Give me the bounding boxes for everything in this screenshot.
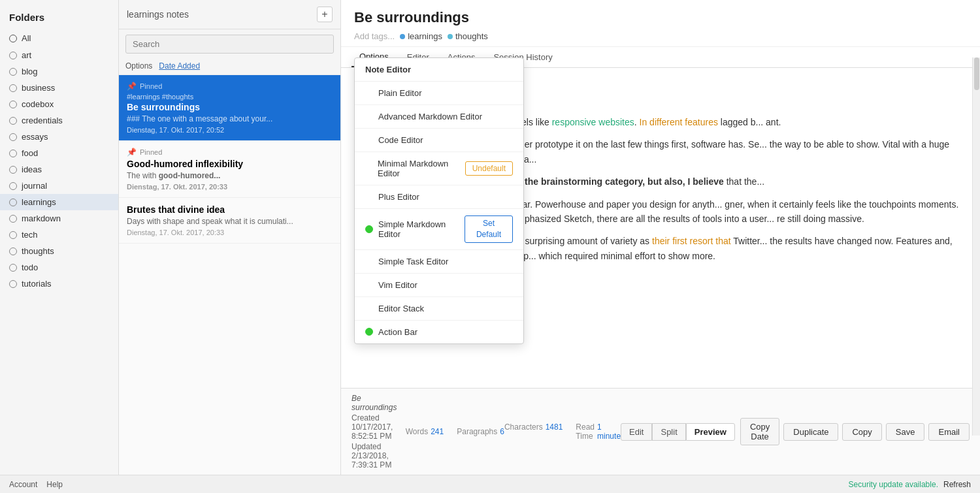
circle-icon — [9, 247, 17, 255]
dropdown-title: Note Editor — [355, 58, 523, 82]
dot-placeholder — [365, 89, 373, 97]
sidebar-item-art[interactable]: art — [0, 47, 118, 63]
sidebar-item-label: todo — [22, 262, 38, 272]
dropdown-item-left: Advanced Markdown Editor — [365, 112, 482, 121]
sidebar-item-label: credentials — [22, 116, 63, 125]
sidebar-item-tech[interactable]: tech — [0, 227, 118, 243]
circle-icon — [9, 199, 17, 206]
sidebar-item-ideas[interactable]: ideas — [0, 161, 118, 178]
paragraphs-value: 6 — [500, 427, 504, 436]
sort-label[interactable]: Date Added — [159, 61, 200, 71]
pin-icon: 📌 — [127, 82, 137, 91]
options-label[interactable]: Options — [125, 61, 152, 71]
circle-icon — [9, 52, 17, 59]
dropdown-item-3[interactable]: Minimal Markdown EditorUndefault — [355, 152, 523, 185]
note-footer: Be surroundings Created 10/17/2017, 8:52… — [341, 388, 980, 475]
dropdown-item-9[interactable]: Action Bar — [355, 321, 523, 343]
sidebar-item-label: thoughts — [22, 246, 54, 256]
dropdown-item-5[interactable]: Simple Markdown EditorSet Default — [355, 209, 523, 250]
duplicate-button[interactable]: Duplicate — [783, 423, 838, 441]
sidebar-item-business[interactable]: business — [0, 80, 118, 96]
notes-header: learnings notes + — [119, 0, 340, 29]
sidebar-item-tutorials[interactable]: tutorials — [0, 276, 118, 292]
sidebar-item-credentials[interactable]: credentials — [0, 112, 118, 129]
editor-dropdown: Note EditorPlain EditorAdvanced Markdown… — [354, 57, 524, 344]
search-input[interactable] — [125, 35, 334, 54]
sidebar-item-learnings[interactable]: learnings — [0, 194, 118, 210]
tag-learnings[interactable]: learnings — [400, 31, 442, 41]
dropdown-item-8[interactable]: Editor Stack — [355, 297, 523, 321]
sidebar-item-blog[interactable]: blog — [0, 63, 118, 80]
dropdown-item-label: Plain Editor — [378, 88, 421, 98]
scroll-indicator — [972, 57, 980, 436]
note-tags: #learnings #thoughts — [127, 93, 333, 101]
dropdown-item-4[interactable]: Plus Editor — [355, 185, 523, 209]
dropdown-item-2[interactable]: Code Editor — [355, 129, 523, 152]
sidebar-item-label: art — [22, 50, 31, 60]
account-link[interactable]: Account — [9, 480, 37, 489]
words-value: 241 — [431, 427, 444, 436]
note-item-note3[interactable]: Brutes that divine ideaDays with shape a… — [119, 198, 340, 244]
note-item-note1[interactable]: 📌Pinned#learnings #thoughtsBe surroundin… — [119, 75, 340, 141]
add-tags-label[interactable]: Add tags... — [354, 31, 395, 41]
sidebar-title: Folders — [0, 0, 118, 29]
security-update-label: Security update available. — [849, 480, 938, 489]
chars-value: 1481 — [546, 422, 563, 441]
dropdown-item-1[interactable]: Advanced Markdown Editor — [355, 105, 523, 129]
set-default-button[interactable]: Set Default — [465, 215, 513, 243]
tag-thoughts[interactable]: thoughts — [448, 31, 488, 41]
email-button[interactable]: Email — [928, 423, 970, 441]
dropdown-item-7[interactable]: Vim Editor — [355, 274, 523, 297]
dropdown-item-left: Plus Editor — [365, 192, 419, 202]
notes-panel: learnings notes + Options Date Added 📌Pi… — [119, 0, 341, 475]
note-preview: ### The one with a message about your... — [127, 114, 333, 123]
split-mode-button[interactable]: Split — [652, 423, 685, 441]
note-title: Be surroundings — [127, 102, 333, 112]
sidebar-item-thoughts[interactable]: thoughts — [0, 243, 118, 259]
note-item-note2[interactable]: 📌PinnedGood-humored inflexibilityThe wit… — [119, 141, 340, 198]
preview-mode-button[interactable]: Preview — [686, 423, 735, 441]
copy-button[interactable]: Copy — [842, 423, 881, 441]
circle-icon — [9, 133, 17, 141]
sidebar-item-markdown[interactable]: markdown — [0, 210, 118, 227]
chars-stat: Characters 1481 — [504, 422, 563, 441]
pinned-label: 📌Pinned — [127, 82, 333, 91]
notes-panel-title: learnings notes — [127, 9, 189, 20]
sidebar-item-journal[interactable]: journal — [0, 178, 118, 194]
dropdown-item-left: Plain Editor — [365, 88, 421, 98]
footer-note-name: Be surroundings — [351, 394, 406, 412]
sidebar-item-food[interactable]: food — [0, 145, 118, 161]
footer-stats: Words 241 Paragraphs 6 — [406, 427, 504, 436]
paragraphs-label: Paragraphs — [457, 427, 497, 436]
help-link[interactable]: Help — [46, 480, 63, 489]
refresh-button[interactable]: Refresh — [943, 480, 971, 489]
note-title: Be surroundings — [354, 9, 967, 26]
edit-mode-button[interactable]: Edit — [621, 423, 652, 441]
words-stat: Words 241 — [406, 427, 444, 436]
dropdown-item-0[interactable]: Plain Editor — [355, 82, 523, 105]
circle-icon — [9, 166, 17, 174]
dropdown-item-left: Editor Stack — [365, 304, 424, 313]
status-bar-left: Account Help — [9, 480, 63, 489]
add-note-button[interactable]: + — [317, 7, 333, 22]
paragraphs-stat: Paragraphs 6 — [457, 427, 504, 436]
sidebar-item-essays[interactable]: essays — [0, 129, 118, 145]
scroll-thumb[interactable] — [974, 57, 979, 90]
save-button[interactable]: Save — [886, 423, 925, 441]
pin-icon: 📌 — [127, 148, 137, 157]
sidebar-item-todo[interactable]: todo — [0, 259, 118, 276]
circle-icon — [9, 280, 17, 288]
dropdown-item-6[interactable]: Simple Task Editor — [355, 250, 523, 274]
sidebar-item-codebox[interactable]: codebox — [0, 96, 118, 112]
undefault-button[interactable]: Undefault — [465, 161, 513, 176]
circle-icon — [9, 231, 17, 239]
status-bar-right: Security update available. Refresh — [849, 480, 971, 489]
mode-buttons: Edit Split Preview — [621, 423, 735, 441]
dropdown-item-label: Code Editor — [378, 135, 423, 145]
circle-icon — [9, 35, 17, 42]
circle-icon — [9, 215, 17, 223]
copy-date-button[interactable]: Copy Date — [740, 418, 779, 445]
dot-circle — [365, 328, 373, 336]
sidebar-item-all[interactable]: All — [0, 29, 118, 47]
footer-meta: Be surroundings Created 10/17/2017, 8:52… — [351, 394, 406, 469]
